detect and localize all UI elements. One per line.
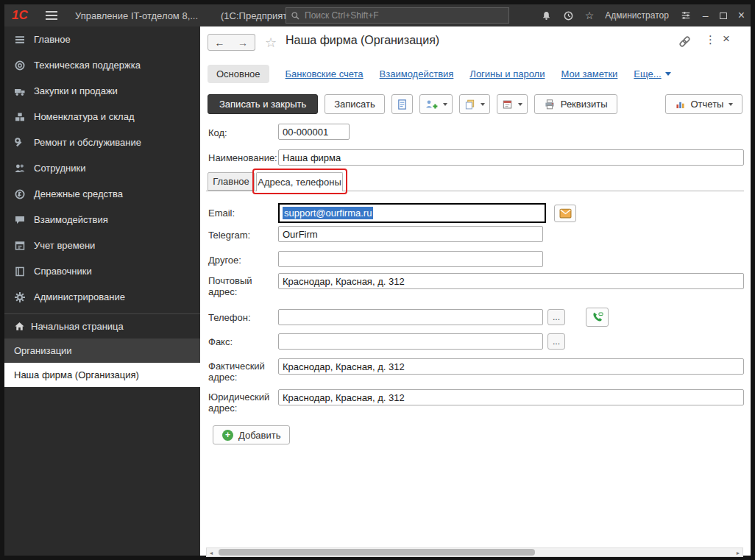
current-user[interactable]: Администратор — [605, 10, 669, 21]
form-toolbar: Записать и закрыть Записать Реквизиты — [208, 94, 742, 114]
forward-button[interactable]: → — [231, 34, 255, 51]
name-label: Наименование: — [208, 152, 277, 163]
telegram-label: Telegram: — [208, 230, 277, 241]
copy-icon — [464, 99, 475, 110]
phone-select-button[interactable]: ... — [547, 309, 565, 325]
maximize-button[interactable] — [720, 13, 727, 19]
phone-icon — [592, 311, 603, 323]
save-and-close-button[interactable]: Записать и закрыть — [208, 94, 318, 114]
add-contact-split-button[interactable] — [419, 94, 453, 114]
favorite-star-icon[interactable]: ☆ — [265, 35, 277, 51]
window-tab-label: Организации — [14, 345, 72, 356]
1c-logo: 1С — [12, 8, 28, 23]
notifications-bell-icon[interactable] — [541, 10, 552, 21]
service-menu-icon[interactable] — [680, 10, 692, 21]
reports-split-button[interactable]: Отчеты — [665, 94, 743, 114]
horizontal-scrollbar[interactable]: ◄ ► — [206, 547, 743, 557]
tab-addresses-phones[interactable]: Адреса, телефоны — [256, 172, 343, 191]
name-input[interactable] — [278, 149, 744, 166]
search-icon — [291, 11, 300, 21]
tab-main[interactable]: Главное — [208, 172, 255, 191]
sidebar-item-employees[interactable]: Сотрудники — [4, 155, 200, 181]
sidebar-item-label: Главное — [34, 34, 71, 45]
sidebar-item-label: Администрирование — [34, 291, 125, 302]
calendar-split-button[interactable] — [497, 94, 528, 114]
nav-link-more-label: Еще... — [634, 68, 661, 79]
sidebar-item-label: Сотрудники — [34, 163, 85, 174]
telegram-input[interactable] — [278, 226, 543, 242]
actual-address-input[interactable] — [278, 358, 744, 375]
sidebar-item-main[interactable]: Главное — [4, 26, 200, 52]
scroll-left-arrow-icon[interactable]: ◄ — [207, 549, 216, 557]
fax-select-button[interactable]: ... — [547, 333, 565, 350]
phone-input[interactable] — [278, 309, 543, 325]
plus-icon: + — [222, 430, 233, 441]
favorites-star-icon[interactable]: ☆ — [585, 10, 595, 21]
nav-link-more[interactable]: Еще... — [634, 68, 670, 79]
scrollbar-thumb[interactable] — [219, 549, 535, 556]
code-label: Код: — [208, 127, 277, 138]
selected-text: support@ourfirma.ru — [283, 207, 373, 219]
hamburger-menu-icon[interactable] — [46, 11, 57, 20]
history-icon[interactable] — [563, 10, 574, 21]
sidebar-item-label: Взаимодействия — [34, 214, 108, 225]
sidebar-item-purchases[interactable]: Закупки и продажи — [4, 78, 200, 104]
sidebar-item-catalogs[interactable]: Справочники — [4, 258, 200, 284]
copy-link-icon[interactable] — [678, 35, 691, 51]
sidebar-item-administration[interactable]: Администрирование — [4, 284, 200, 310]
fax-input[interactable] — [278, 333, 543, 350]
nav-link-logins-passwords[interactable]: Логины и пароли — [469, 68, 545, 79]
sidebar-item-repair[interactable]: Ремонт и обслуживание — [4, 130, 200, 155]
sidebar-item-label: Закупки и продажи — [34, 85, 118, 96]
document-button[interactable] — [391, 94, 413, 114]
email-label: Email: — [208, 208, 277, 219]
phone-label: Телефон: — [208, 312, 277, 323]
app-window: 1С Управление IT-отделом 8,... (1С:Предп… — [0, 0, 755, 560]
nav-link-bank-accounts[interactable]: Банковские счета — [286, 68, 364, 79]
sidebar-item-tech-support[interactable]: Техническая поддержка — [4, 52, 200, 78]
copy-split-button[interactable] — [459, 94, 490, 114]
titlebar-actions: ☆ Администратор – × — [541, 4, 745, 26]
legal-address-input[interactable] — [278, 389, 744, 405]
chevron-down-icon — [665, 72, 671, 76]
nav-link-interactions[interactable]: Взаимодействия — [380, 68, 454, 79]
close-form-icon[interactable]: × — [723, 32, 730, 46]
sidebar-item-stock[interactable]: Номенклатура и склад — [4, 104, 200, 130]
sidebar-item-interactions[interactable]: Взаимодействия — [4, 207, 200, 233]
other-input[interactable] — [278, 251, 543, 267]
document-icon — [397, 99, 408, 110]
email-input[interactable]: support@ourfirma.ru — [278, 203, 546, 223]
sidebar-item-label: Техническая поддержка — [34, 60, 141, 71]
sidebar-item-money[interactable]: Денежные средства — [4, 181, 200, 207]
close-window-button[interactable]: × — [738, 9, 745, 22]
sidebar-item-organizations[interactable]: Организации — [4, 339, 200, 363]
code-input[interactable] — [278, 124, 350, 140]
add-button[interactable]: + Добавить — [213, 425, 290, 444]
sidebar-item-home-page[interactable]: Начальная страница — [4, 314, 200, 339]
requisites-button[interactable]: Реквизиты — [534, 94, 617, 114]
sidebar-item-label: Ремонт и обслуживание — [34, 137, 141, 148]
sidebar-item-label: Номенклатура и склад — [34, 111, 134, 122]
window-tab-label: Наша фирма (Организация) — [14, 369, 139, 380]
global-search-input[interactable]: Поиск Ctrl+Shift+F — [286, 7, 509, 24]
back-button[interactable]: ← — [208, 34, 232, 51]
window-tab-label: Начальная страница — [31, 321, 124, 332]
other-label: Другое: — [208, 255, 277, 266]
main-menu-icon — [14, 34, 26, 46]
postal-address-input[interactable] — [278, 273, 744, 289]
reports-label: Отчеты — [691, 99, 724, 110]
support-icon — [14, 60, 26, 71]
scroll-right-arrow-icon[interactable]: ► — [734, 549, 742, 557]
nav-tab-main[interactable]: Основное — [208, 65, 269, 83]
sidebar-item-our-firm[interactable]: Наша фирма (Организация) — [4, 363, 200, 387]
time-icon — [14, 240, 26, 252]
save-button[interactable]: Записать — [325, 94, 385, 114]
sidebar-item-time-tracking[interactable]: Учет времени — [4, 233, 200, 258]
call-button[interactable] — [586, 308, 609, 327]
nav-link-my-notes[interactable]: Мои заметки — [561, 68, 617, 79]
more-actions-kebab-icon[interactable]: ⋮ — [705, 33, 716, 46]
send-email-button[interactable] — [554, 205, 576, 222]
sidebar: Главное Техническая поддержка Закупки и … — [4, 26, 200, 556]
minimize-button[interactable]: – — [703, 10, 709, 21]
purchases-icon — [14, 85, 26, 97]
